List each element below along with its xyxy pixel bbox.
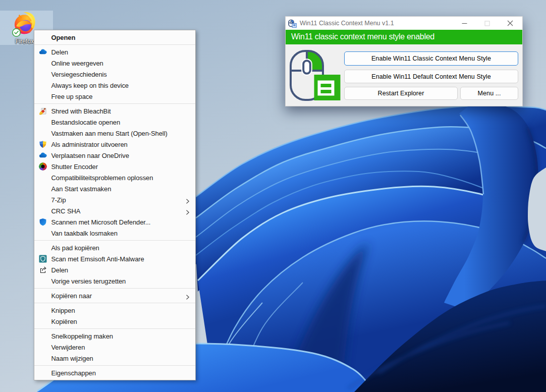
menu-item-label: Naam wijzigen — [51, 355, 93, 362]
menu-item-label: Always keep on this device — [51, 82, 129, 89]
menu-separator — [34, 240, 195, 241]
menu-item-scan-met-emsisoft-anti-malware[interactable]: Scan met Emsisoft Anti-Malware — [34, 253, 195, 264]
menu-item-label: Delen — [51, 48, 68, 56]
menu-item-label: Versiegeschiedenis — [51, 71, 107, 78]
menu-item-bestandslocatie-openen[interactable]: Bestandslocatie openen — [34, 117, 195, 128]
onedrive-cloud-icon — [39, 48, 47, 56]
menu-item-label: CRC SHA — [51, 207, 81, 215]
menu-item-als-administrator-uitvoeren[interactable]: Als administrator uitvoeren — [34, 139, 195, 150]
synced-check-badge-icon — [12, 28, 21, 37]
menu-item-label: Delen — [51, 266, 68, 274]
menu-item-label: Verwijderen — [51, 344, 85, 351]
shutter-encoder-icon — [39, 162, 47, 171]
menu-item-snelkoppeling-maken[interactable]: Snelkoppeling maken — [34, 330, 195, 342]
menu-separator — [34, 303, 195, 303]
mouse-logo — [290, 50, 341, 103]
menu-item-crc-sha[interactable]: CRC SHA — [34, 205, 195, 216]
window-title: Win11 Classic Context Menu v1.1 — [300, 20, 394, 27]
menu-item-label: Online weergeven — [51, 60, 103, 67]
window-content: Enable Win11 Classic Context Menu Style … — [286, 44, 522, 106]
menu-item-label: Eigenschappen — [51, 369, 96, 377]
menu-item-label: Vorige versies terugzetten — [51, 277, 126, 285]
menu-item-verplaatsen-naar-onedrive[interactable]: Verplaatsen naar OneDrive — [34, 150, 195, 161]
bleachbit-icon — [39, 107, 47, 115]
menu-item-label: Compatibiliteitsproblemen oplossen — [51, 174, 153, 182]
menu-item-label: Van taakbalk losmaken — [51, 230, 118, 237]
menu-separator — [34, 288, 195, 289]
menu-item-vastmaken-aan-menu-start-open-shell[interactable]: Vastmaken aan menu Start (Open-Shell) — [34, 128, 195, 139]
menu-item-label: Openen — [51, 34, 76, 41]
menu-item-free-up-space[interactable]: Free up space — [34, 91, 195, 102]
menu-item-openen[interactable]: Openen — [34, 32, 195, 43]
restart-explorer-button[interactable]: Restart Explorer — [344, 87, 458, 100]
menu-item-als-pad-kopieren[interactable]: Als pad kopiëren — [34, 242, 195, 253]
close-button[interactable] — [503, 17, 518, 30]
menu-item-online-weergeven[interactable]: Online weergeven — [34, 58, 195, 69]
menu-item-van-taakbalk-losmaken[interactable]: Van taakbalk losmaken — [34, 228, 195, 239]
menu-item-label: Vastmaken aan menu Start (Open-Shell) — [51, 130, 168, 137]
menu-item-always-keep-on-this-device[interactable]: Always keep on this device — [34, 80, 195, 91]
menu-item-shutter-encoder[interactable]: Shutter Encoder — [34, 161, 195, 172]
menu-separator — [34, 328, 195, 329]
submenu-arrow-icon — [186, 208, 190, 214]
menu-item-label: Shred with BleachBit — [51, 107, 111, 115]
menu-item-label: Verplaatsen naar OneDrive — [51, 152, 129, 159]
menu-item-label: Scan met Emsisoft Anti-Malware — [51, 255, 144, 263]
menu-item-vorige-versies-terugzetten[interactable]: Vorige versies terugzetten — [34, 275, 195, 287]
menu-item-label: Bestandslocatie openen — [51, 119, 121, 126]
desktop: Firefox Openen Delen Online weergeven Ve… — [0, 0, 546, 392]
menu-item-label: Knippen — [51, 307, 75, 314]
menu-item-kopieren[interactable]: Kopiëren — [34, 316, 195, 327]
defender-shield-icon — [39, 218, 47, 226]
context-menu: Openen Delen Online weergeven Versiegesc… — [34, 30, 196, 380]
share-icon — [39, 266, 47, 274]
menu-item-shred-with-bleachbit[interactable]: Shred with BleachBit — [34, 105, 195, 117]
uac-shield-icon — [39, 140, 47, 148]
menu-item-knippen[interactable]: Knippen — [34, 305, 195, 316]
menu-separator — [34, 365, 195, 366]
mouse-logo-icon — [290, 50, 341, 101]
app-window: Win11 Classic Context Menu v1.1 Win11 cl… — [285, 16, 523, 106]
minimize-button[interactable] — [457, 17, 472, 30]
menu-item-verwijderen[interactable]: Verwijderen — [34, 342, 195, 353]
menu-item-label: Shutter Encoder — [51, 163, 98, 171]
maximize-button — [479, 17, 495, 30]
app-icon — [288, 19, 297, 28]
menu-item-aan-start-vastmaken[interactable]: Aan Start vastmaken — [34, 183, 195, 194]
menu-item-label: Snelkoppeling maken — [51, 332, 113, 340]
enable-default-style-button[interactable]: Enable Win11 Default Context Menu Style — [344, 70, 518, 83]
enable-classic-style-button[interactable]: Enable Win11 Classic Context Menu Style — [344, 51, 518, 66]
menu-item-label: Kopiëren — [51, 318, 77, 325]
menu-item-label: 7-Zip — [51, 196, 66, 204]
menu-item-versiegeschiedenis[interactable]: Versiegeschiedenis — [34, 69, 195, 80]
menu-item-eigenschappen[interactable]: Eigenschappen — [34, 367, 195, 378]
menu-separator — [34, 103, 195, 104]
menu-item-kopieren-naar[interactable]: Kopiëren naar — [34, 290, 195, 301]
menu-button[interactable]: Menu ... — [460, 87, 518, 100]
menu-separator — [34, 44, 195, 45]
menu-item-delen[interactable]: Delen — [34, 46, 195, 58]
status-banner: Win11 classic context menu style enabled — [286, 30, 522, 44]
menu-item-scannen-met-microsoft-defender[interactable]: Scannen met Microsoft Defender... — [34, 216, 195, 228]
menu-item-compatibiliteitsproblemen-oplossen[interactable]: Compatibiliteitsproblemen oplossen — [34, 172, 195, 183]
submenu-arrow-icon — [186, 293, 190, 299]
menu-item-label: Als administrator uitvoeren — [51, 141, 128, 148]
menu-item-naam-wijzigen[interactable]: Naam wijzigen — [34, 353, 195, 364]
menu-item-label: Free up space — [51, 93, 93, 100]
menu-item-label: Scannen met Microsoft Defender... — [51, 218, 151, 226]
menu-item-7-zip[interactable]: 7-Zip — [34, 194, 195, 205]
menu-item-label: Als pad kopiëren — [51, 244, 99, 252]
onedrive-cloud-icon — [39, 151, 47, 159]
submenu-arrow-icon — [186, 197, 190, 203]
menu-item-label: Kopiëren naar — [51, 292, 92, 300]
menu-item-delen[interactable]: Delen — [34, 264, 195, 275]
menu-item-label: Aan Start vastmaken — [51, 185, 112, 193]
emsisoft-shield-icon — [39, 255, 47, 263]
window-titlebar: Win11 Classic Context Menu v1.1 — [286, 17, 522, 30]
